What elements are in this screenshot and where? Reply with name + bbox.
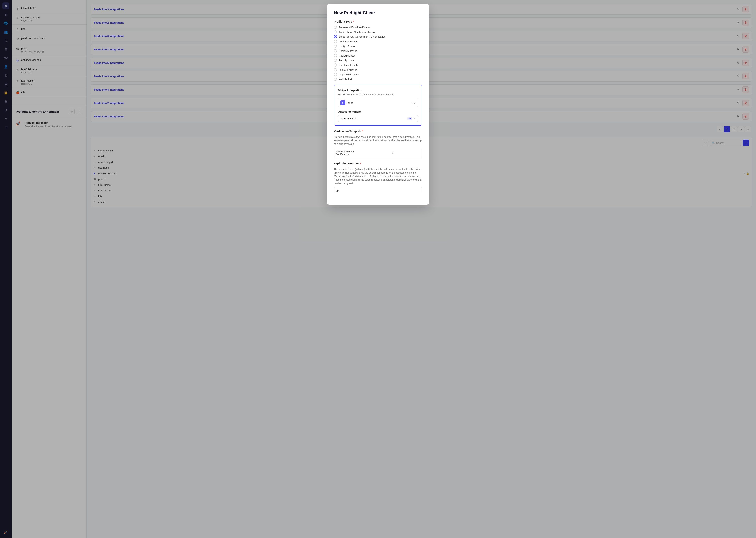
verification-template-select[interactable]: Government ID Verification ∨ [334, 148, 422, 158]
radio-label: Auto Approve [339, 59, 354, 62]
radio-twilio[interactable]: Twilio Phone Number Verification [334, 30, 422, 33]
radio-label: Database Enricher [339, 64, 360, 67]
select-clear-icon: × ∨ [411, 101, 416, 104]
stripe-label: Stripe [347, 101, 409, 104]
radio-input-checked [334, 35, 337, 38]
output-badge: +1 [407, 117, 412, 120]
chevron-down-icon[interactable]: ∨ [414, 117, 416, 120]
radio-input [334, 68, 337, 71]
radio-db-enricher[interactable]: Database Enricher [334, 63, 422, 67]
edit-icon: ✎ [340, 117, 342, 120]
expiration-duration-desc: The amount of time (in hours) until the … [334, 167, 422, 185]
expiration-duration-input[interactable] [334, 187, 422, 194]
radio-notify-person[interactable]: Notify a Person [334, 44, 422, 48]
radio-label: Twilio Phone Number Verification [339, 30, 376, 33]
radio-input [334, 73, 337, 76]
chevron-down-icon[interactable]: ∨ [414, 101, 416, 104]
radio-input [334, 49, 337, 52]
required-indicator: * [362, 130, 363, 133]
modal: New Preflight Check Preflight Type * Tra… [327, 4, 429, 205]
radio-input [334, 44, 337, 48]
required-indicator: * [353, 20, 354, 23]
output-identifiers-label: Output Identifiers [338, 110, 418, 113]
radio-stripe-id[interactable]: Stripe Identity Government ID Verificati… [334, 35, 422, 38]
radio-input [334, 40, 337, 43]
expiration-duration-label: Expiration Duration * [334, 162, 422, 165]
template-value: Government ID Verification [336, 150, 364, 156]
radio-regexp[interactable]: RegExp Match [334, 54, 422, 57]
radio-label: RegExp Match [339, 54, 355, 57]
radio-looker-enricher[interactable]: Looker Enricher [334, 68, 422, 71]
modal-overlay: New Preflight Check Preflight Type * Tra… [12, 0, 756, 538]
required-indicator: * [360, 162, 361, 165]
modal-title: New Preflight Check [334, 10, 422, 15]
preflight-type-label: Preflight Type * [334, 20, 422, 23]
radio-label: Wait Period [339, 78, 352, 81]
chevron-down-icon: ∨ [392, 151, 420, 154]
radio-label: Post to a Server [339, 40, 357, 43]
radio-wait-period[interactable]: Wait Period [334, 78, 422, 81]
radio-label: Stripe Identity Government ID Verificati… [339, 35, 386, 38]
radio-auto-approve[interactable]: Auto Approve [334, 59, 422, 62]
verification-template-section: Verification Template * Provide the temp… [334, 130, 422, 158]
verification-template-desc: Provide the template that should be sent… [334, 135, 422, 146]
output-identifiers-select[interactable]: ✎ First Name +1 ∨ [338, 115, 418, 122]
main-content: T talkableUUID ✎ splashContactId Regex:^… [12, 0, 756, 538]
radio-label: Region Matcher [339, 49, 357, 52]
radio-label: Legal Hold Check [339, 73, 359, 76]
stripe-section-title: Stripe Integration [338, 89, 418, 92]
radio-group: Transcend Email Verification Twilio Phon… [334, 26, 422, 81]
radio-input [334, 59, 337, 62]
stripe-section-desc: The Stripe integration to leverage for t… [338, 93, 418, 96]
verification-template-label: Verification Template * [334, 130, 422, 133]
radio-input [334, 26, 337, 29]
close-icon[interactable]: × [411, 101, 412, 104]
radio-input [334, 30, 337, 33]
radio-legal-hold[interactable]: Legal Hold Check [334, 73, 422, 76]
expiration-duration-section: Expiration Duration * The amount of time… [334, 162, 422, 194]
radio-label: Notify a Person [339, 45, 356, 48]
output-label: First Name [344, 117, 406, 120]
radio-input [334, 78, 337, 81]
radio-label: Looker Enricher [339, 68, 357, 71]
stripe-select[interactable]: S Stripe × ∨ [338, 99, 418, 107]
radio-input [334, 63, 337, 67]
stripe-logo-icon: S [340, 100, 345, 105]
radio-label: Transcend Email Verification [339, 26, 371, 29]
radio-transcend[interactable]: Transcend Email Verification [334, 26, 422, 29]
radio-post-server[interactable]: Post to a Server [334, 40, 422, 43]
stripe-integration-section: Stripe Integration The Stripe integratio… [334, 85, 422, 126]
radio-input [334, 54, 337, 57]
radio-region-matcher[interactable]: Region Matcher [334, 49, 422, 52]
